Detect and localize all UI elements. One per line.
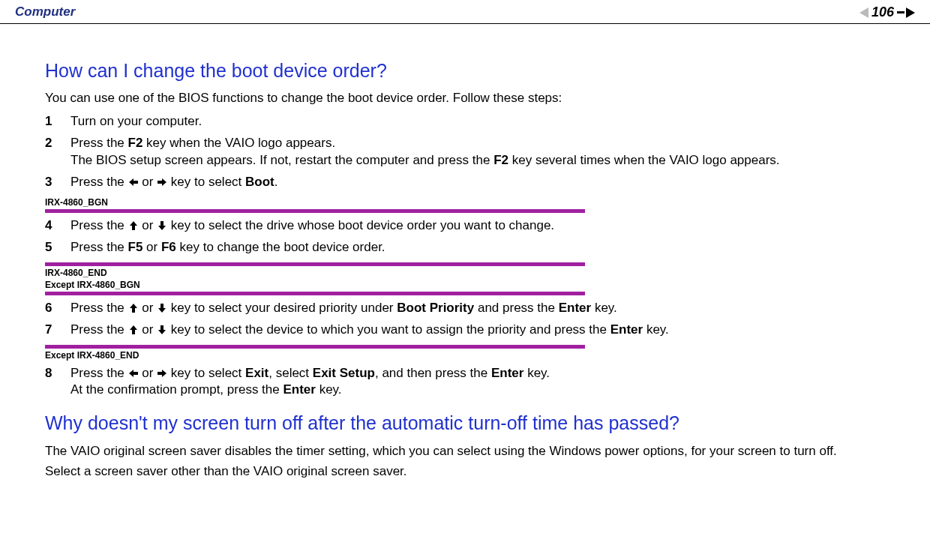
steps-list-3: Press the or key to select your desired …	[45, 300, 885, 339]
marker-except-irx-end: Except IRX-4860_END	[45, 345, 885, 361]
step-1: Turn on your computer.	[45, 113, 885, 130]
marker-bar	[45, 262, 585, 266]
arrow-down-icon	[157, 325, 167, 335]
step-7: Press the or key to select the device to…	[45, 322, 885, 339]
arrow-down-icon	[157, 303, 167, 313]
page-header: Computer 106	[0, 0, 930, 24]
page-nav: 106	[860, 4, 915, 20]
arrow-down-icon	[157, 220, 167, 231]
marker-irx-end-except-bgn: IRX-4860_END Except IRX-4860_BGN	[45, 262, 885, 295]
question-2-title: Why doesn't my screen turn off after the…	[45, 412, 885, 434]
marker-bar	[45, 292, 585, 295]
question-2-body-2: Select a screen saver other than the VAI…	[45, 463, 885, 481]
question-2-body-1: The VAIO original screen saver disables …	[45, 443, 885, 460]
arrow-up-icon	[128, 303, 139, 313]
question-1-intro: You can use one of the BIOS functions to…	[45, 91, 885, 106]
arrow-up-icon	[128, 325, 139, 335]
step-8: Press the or key to select Exit, select …	[45, 365, 885, 400]
arrow-left-icon	[128, 368, 139, 379]
next-page-icon[interactable]	[906, 7, 915, 18]
step-6: Press the or key to select your desired …	[45, 300, 885, 317]
steps-list-4: Press the or key to select Exit, select …	[45, 365, 885, 400]
page-content: How can I change the boot device order? …	[0, 24, 930, 499]
arrow-right-icon	[157, 177, 167, 187]
marker-bar	[45, 209, 585, 213]
steps-list-2: Press the or key to select the drive who…	[45, 217, 885, 256]
step-3: Press the or key to select Boot.	[45, 174, 885, 191]
question-1-title: How can I change the boot device order?	[45, 60, 885, 82]
marker-irx-bgn: IRX-4860_BGN	[45, 197, 885, 213]
step-5: Press the F5 or F6 key to change the boo…	[45, 239, 885, 256]
steps-list: Turn on your computer. Press the F2 key …	[45, 113, 885, 191]
nav-dash-icon	[897, 11, 904, 13]
marker-bar	[45, 345, 585, 349]
arrow-left-icon	[128, 177, 139, 187]
section-title: Computer	[15, 4, 75, 19]
prev-page-icon[interactable]	[860, 7, 868, 18]
step-4: Press the or key to select the drive who…	[45, 217, 885, 235]
arrow-up-icon	[128, 220, 139, 231]
arrow-right-icon	[157, 368, 167, 379]
page-number: 106	[872, 4, 894, 20]
step-2: Press the F2 key when the VAIO logo appe…	[45, 135, 885, 169]
